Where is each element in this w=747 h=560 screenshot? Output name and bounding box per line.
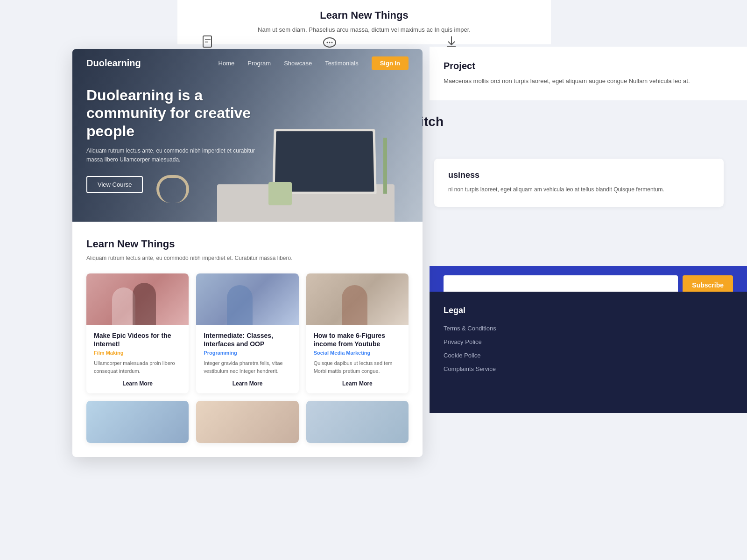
nav-showcase[interactable]: Showcase [284, 60, 312, 67]
bg-right-project: Project Maecenas mollis orci non turpis … [430, 47, 747, 100]
svg-point-5 [329, 42, 331, 43]
footer-title: Legal [444, 306, 733, 315]
card-category-2: Programming [204, 350, 291, 356]
hero-plants [357, 100, 413, 194]
card-body-3: How to make 6-Figures income from Youtub… [306, 325, 409, 393]
footer-link-privacy[interactable]: Privacy Police [444, 338, 733, 345]
hero-content: Duolearning is a community for creative … [86, 86, 264, 193]
card-desc-1: Ullamcorper malesuada proin libero conse… [94, 359, 181, 375]
bg-footer: Legal Terms & Conditions Privacy Police … [430, 292, 747, 413]
course-card-4 [86, 401, 189, 443]
course-card-6 [306, 401, 409, 443]
bg-project-text: Maecenas mollis orci non turpis laoreet,… [444, 76, 733, 86]
card-image-3 [306, 273, 409, 325]
nav-testimonials[interactable]: Testimonials [325, 60, 359, 67]
card-body-2: Intermediate: Classes, Interfaces and OO… [196, 325, 298, 393]
svg-point-6 [331, 42, 333, 43]
bg-top-title: Learn New Things [187, 9, 542, 21]
learn-section: Learn New Things Aliquam rutrum lectus a… [72, 222, 423, 457]
footer-link-complaints[interactable]: Complaints Service [444, 365, 733, 372]
card-category-1: Film Making [94, 350, 181, 356]
card-desc-3: Quisque dapibus ut lectus sed tem Morbi … [314, 359, 401, 375]
footer-links: Terms & Conditions Privacy Police Cookie… [444, 325, 733, 372]
card-learn-more-2[interactable]: Learn More [204, 380, 291, 387]
bg-project-title: Project [444, 61, 733, 71]
learn-title: Learn New Things [86, 238, 409, 250]
learn-subtitle: Aliquam rutrum lectus ante, eu commodo n… [86, 254, 409, 262]
bg-business-text: ni non turpis laoreet, eget aliquam am v… [448, 185, 710, 195]
cards-grid-bottom [86, 401, 409, 443]
footer-link-cookie[interactable]: Cookie Police [444, 352, 733, 359]
card-image-1 [86, 273, 189, 325]
card-title-2: Intermediate: Classes, Interfaces and OO… [204, 331, 291, 348]
footer-link-terms[interactable]: Terms & Conditions [444, 325, 733, 332]
card-image-6 [306, 401, 409, 443]
file-icon [201, 35, 215, 49]
card-title-3: How to make 6-Figures income from Youtub… [314, 331, 401, 348]
nav-home[interactable]: Home [218, 60, 235, 67]
card-image-2 [196, 273, 298, 325]
hero-section: Duolearning Home Program Showcase Testim… [72, 49, 423, 222]
course-card-2: Intermediate: Classes, Interfaces and OO… [196, 273, 298, 393]
course-card-3: How to make 6-Figures income from Youtub… [306, 273, 409, 393]
cards-grid: Make Epic Videos for the Internet! Film … [86, 273, 409, 393]
card-title-1: Make Epic Videos for the Internet! [94, 331, 181, 348]
plant-stem [383, 138, 387, 194]
course-card-5 [196, 401, 298, 443]
bg-business-card: usiness ni non turpis laoreet, eget aliq… [434, 159, 724, 207]
hero-title: Duolearning is a community for creative … [86, 86, 264, 140]
hero-plant-pot [268, 182, 292, 205]
chat-icon [322, 35, 337, 50]
card-learn-more-3[interactable]: Learn More [314, 380, 401, 387]
hero-subtitle: Aliquam rutrum lectus ante, eu commodo n… [86, 147, 264, 164]
card-category-3: Social Media Marketing [314, 350, 401, 356]
card-image-5 [196, 401, 298, 443]
card-learn-more-1[interactable]: Learn More [94, 380, 181, 387]
nav-brand: Duolearning [86, 58, 141, 69]
card-image-4 [86, 401, 189, 443]
bg-twitch-logo: itch [420, 114, 444, 129]
signin-button[interactable]: Sign In [372, 56, 409, 70]
bg-business-title: usiness [448, 170, 710, 180]
main-site: Duolearning Home Program Showcase Testim… [72, 49, 423, 457]
navbar: Duolearning Home Program Showcase Testim… [72, 49, 423, 77]
card-desc-2: Integer gravida pharetra felis, vitae ve… [204, 359, 291, 375]
card-body-1: Make Epic Videos for the Internet! Film … [86, 325, 189, 393]
nav-links: Home Program Showcase Testimonials Sign … [218, 56, 409, 70]
svg-point-4 [327, 42, 328, 43]
nav-program[interactable]: Program [247, 60, 271, 67]
view-course-button[interactable]: View Course [86, 176, 143, 193]
svg-rect-0 [203, 36, 211, 47]
course-card-1: Make Epic Videos for the Internet! Film … [86, 273, 189, 393]
bg-top-subtitle: Nam ut sem diam. Phasellus arcu massa, d… [187, 25, 542, 35]
